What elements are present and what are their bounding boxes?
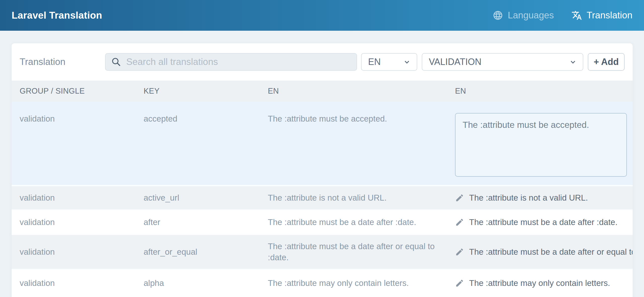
cell-group: validation	[20, 192, 144, 203]
translation-text: The :attribute must be a date after or e…	[469, 246, 633, 257]
cell-group: validation	[20, 246, 144, 257]
table-row[interactable]: validation alpha The :attribute may only…	[12, 270, 633, 296]
cell-key: alpha	[144, 278, 268, 289]
cell-translation[interactable]: The :attribute must be a date after :dat…	[455, 217, 633, 228]
translation-edit-textarea[interactable]: The :attribute must be accepted.	[455, 113, 627, 177]
search-box	[105, 53, 357, 71]
cell-key: after	[144, 217, 268, 228]
cell-key: after_or_equal	[144, 246, 268, 257]
table-row[interactable]: validation after The :attribute must be …	[12, 211, 633, 235]
add-button[interactable]: + Add	[588, 53, 625, 71]
translation-text: The :attribute is not a valid URL.	[469, 192, 588, 203]
cell-translation[interactable]: The :attribute must be a date after or e…	[455, 246, 633, 257]
panel-title: Translation	[20, 57, 105, 67]
cell-translation: The :attribute must be accepted.	[455, 102, 633, 179]
edit-pencil-icon	[455, 193, 464, 202]
table-row[interactable]: validation accepted The :attribute must …	[12, 102, 633, 186]
search-input[interactable]	[126, 57, 351, 67]
column-header-group: GROUP / SINGLE	[20, 87, 144, 96]
globe-icon	[493, 10, 503, 21]
nav-link-translation[interactable]: Translation	[571, 10, 632, 21]
group-select[interactable]: VALIDATION	[422, 53, 583, 71]
cell-group: validation	[20, 278, 144, 289]
edit-pencil-icon	[455, 218, 464, 227]
locale-select[interactable]: EN	[361, 53, 417, 71]
translate-icon	[571, 10, 582, 21]
cell-source-text: The :attribute must be accepted.	[268, 102, 455, 124]
cell-source-text: The :attribute is not a valid URL.	[268, 192, 455, 203]
navbar: Laravel Translation Languages Translatio…	[0, 0, 644, 31]
app-title: Laravel Translation	[12, 10, 102, 21]
chevron-down-icon	[404, 59, 410, 65]
cell-source-text: The :attribute must be a date after or e…	[268, 241, 455, 263]
nav-link-label: Translation	[587, 10, 632, 21]
translation-text: The :attribute may only contain letters.	[469, 278, 610, 289]
cell-key: active_url	[144, 192, 268, 203]
group-select-value: VALIDATION	[429, 57, 481, 67]
chevron-down-icon	[570, 59, 576, 65]
cell-translation[interactable]: The :attribute is not a valid URL.	[455, 192, 633, 203]
search-icon	[111, 57, 121, 67]
cell-group: validation	[20, 217, 144, 228]
cell-source-text: The :attribute may only contain letters.	[268, 278, 455, 289]
translation-panel: Translation EN VALIDATION + Add GROUP / …	[12, 43, 633, 297]
edit-pencil-icon	[455, 247, 464, 256]
nav-link-languages[interactable]: Languages	[493, 10, 554, 21]
table-header: GROUP / SINGLE KEY EN EN	[12, 81, 633, 102]
nav-link-label: Languages	[508, 10, 554, 21]
cell-translation[interactable]: The :attribute may only contain letters.	[455, 278, 633, 289]
column-header-key: KEY	[144, 87, 268, 96]
edit-pencil-icon	[455, 279, 464, 288]
locale-select-value: EN	[368, 57, 381, 67]
column-header-target-locale: EN	[455, 87, 633, 96]
nav-links: Languages Translation	[493, 10, 632, 21]
table-row[interactable]: validation active_url The :attribute is …	[12, 186, 633, 211]
cell-group: validation	[20, 102, 144, 124]
cell-source-text: The :attribute must be a date after :dat…	[268, 217, 455, 228]
table-row[interactable]: validation after_or_equal The :attribute…	[12, 235, 633, 270]
translation-text: The :attribute must be a date after :dat…	[469, 217, 618, 228]
toolbar: Translation EN VALIDATION + Add	[12, 43, 633, 81]
cell-key: accepted	[144, 102, 268, 124]
column-header-source-locale: EN	[268, 87, 455, 96]
